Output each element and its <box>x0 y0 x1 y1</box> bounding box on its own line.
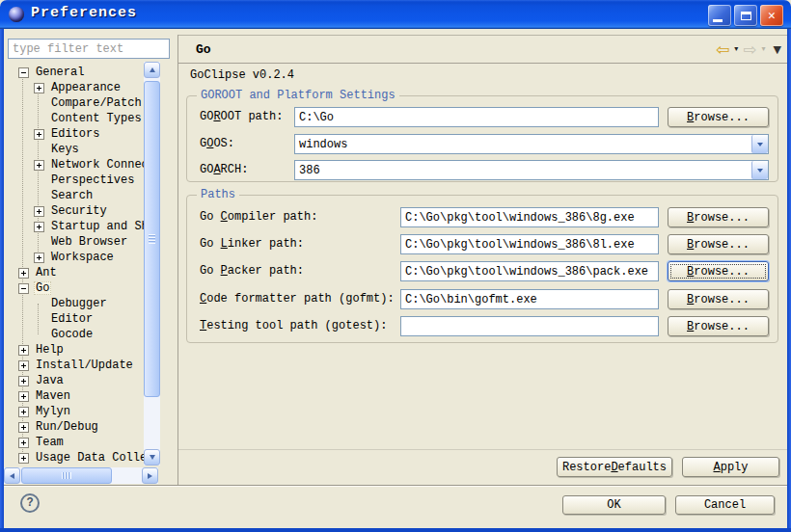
tree-item-run-debug[interactable]: Run/Debug <box>6 419 144 435</box>
page-title: Go <box>196 42 211 57</box>
expand-icon[interactable] <box>18 422 29 433</box>
tree-item-keys[interactable]: Keys <box>6 142 144 157</box>
expand-icon[interactable] <box>18 453 29 464</box>
go-linker-path-label: Go Linker path: <box>200 237 304 251</box>
testing-tool-path-field[interactable] <box>400 316 659 336</box>
tree-item-startup-and-shu[interactable]: Startup and Shu <box>6 219 144 234</box>
view-menu-icon[interactable]: ▼ <box>774 44 781 55</box>
minimize-button[interactable] <box>708 5 731 26</box>
vscroll-thumb[interactable] <box>144 81 160 397</box>
tree-item-gocode[interactable]: Gocode <box>6 327 144 342</box>
tree-item-web-browser[interactable]: Web Browser <box>6 234 144 250</box>
apply-button[interactable]: Apply <box>682 457 779 477</box>
forward-arrow-icon[interactable]: ⇨ <box>743 41 756 58</box>
scroll-left-button[interactable] <box>4 467 20 484</box>
tree-item-debugger[interactable]: Debugger <box>6 296 144 311</box>
preferences-tree: GeneralAppearanceCompare/PatchContent Ty… <box>6 65 144 466</box>
expand-icon[interactable] <box>18 360 29 371</box>
expand-icon[interactable] <box>18 438 29 448</box>
tree-item-maven[interactable]: Maven <box>6 388 144 404</box>
collapse-icon[interactable] <box>18 283 29 294</box>
tree-item-security[interactable]: Security <box>6 203 144 219</box>
forward-menu-icon[interactable]: ▾ <box>762 45 766 53</box>
expand-icon[interactable] <box>34 160 44 171</box>
back-arrow-icon[interactable]: ⇦ <box>716 41 729 58</box>
tree-hscrollbar[interactable] <box>4 467 158 484</box>
scroll-up-button[interactable] <box>144 62 160 78</box>
testing-tool-path-browse-button[interactable]: Browse... <box>668 316 769 336</box>
tree-item-install-update[interactable]: Install/Update <box>6 358 144 373</box>
help-button[interactable]: ? <box>20 493 40 513</box>
panel-separator <box>177 35 178 485</box>
goroot-path-field[interactable] <box>294 107 659 127</box>
tree-item-label: Keys <box>49 143 81 156</box>
code-formatter-path-browse-button[interactable]: Browse... <box>668 289 769 309</box>
tree-item-network-connect[interactable]: Network Connect <box>6 157 144 173</box>
cancel-button[interactable]: Cancel <box>675 495 775 515</box>
combo-dropdown-button[interactable] <box>751 161 768 179</box>
tree-item-perspectives[interactable]: Perspectives <box>6 173 144 188</box>
tree-item-workspace[interactable]: Workspace <box>6 250 144 265</box>
tree-item-label: Network Connect <box>49 158 144 172</box>
go-packer-path-label: Go Packer path: <box>200 264 304 278</box>
go-compiler-path-browse-button[interactable]: Browse... <box>668 207 769 227</box>
expand-icon[interactable] <box>34 83 44 93</box>
footer-separator-highlight <box>4 486 787 487</box>
code-formatter-path-field[interactable] <box>400 289 659 309</box>
close-button[interactable]: ✕ <box>760 5 783 26</box>
collapse-icon[interactable] <box>18 67 29 78</box>
restore-defaults-button[interactable]: Restore Defaults <box>557 457 672 477</box>
go-linker-path-field[interactable] <box>400 234 659 254</box>
tree-item-usage-data-collect[interactable]: Usage Data Collect <box>6 450 144 466</box>
tree-item-label: Startup and Shu <box>49 220 144 233</box>
goroot-path-browse-button[interactable]: Browse... <box>668 107 769 127</box>
expand-icon[interactable] <box>18 407 29 417</box>
tree-item-general[interactable]: General <box>6 65 144 80</box>
expand-icon[interactable] <box>34 253 44 263</box>
tree-item-go[interactable]: Go <box>6 280 144 296</box>
expand-icon[interactable] <box>18 391 29 402</box>
tree-item-content-types[interactable]: Content Types <box>6 111 144 126</box>
tree-item-mylyn[interactable]: Mylyn <box>6 404 144 419</box>
expand-icon[interactable] <box>34 129 44 140</box>
combo-dropdown-button[interactable] <box>751 135 768 153</box>
go-packer-path-browse-button[interactable]: Browse... <box>668 261 769 281</box>
expand-icon[interactable] <box>34 222 44 232</box>
go-packer-path-field[interactable] <box>400 261 659 281</box>
titlebar[interactable]: Preferences ✕ <box>0 0 791 29</box>
maximize-button[interactable] <box>734 5 757 26</box>
content-bottom-line <box>178 449 787 450</box>
goarch-combo[interactable]: 386 <box>294 160 769 180</box>
tree-item-label: General <box>34 66 86 79</box>
back-menu-icon[interactable]: ▾ <box>734 45 738 53</box>
tree-item-label: Workspace <box>49 251 116 264</box>
tree-item-appearance[interactable]: Appearance <box>6 80 144 95</box>
tree-item-help[interactable]: Help <box>6 342 144 358</box>
eclipse-icon <box>9 7 24 22</box>
tree-item-label: Install/Update <box>34 359 135 372</box>
go-compiler-path-field[interactable] <box>400 207 659 227</box>
tree-item-label: Web Browser <box>49 235 129 249</box>
go-linker-path-browse-button[interactable]: Browse... <box>668 234 769 254</box>
hscroll-thumb[interactable] <box>21 467 112 484</box>
tree-item-editors[interactable]: Editors <box>6 126 144 142</box>
scroll-down-button[interactable] <box>144 449 160 466</box>
tree-item-compare-patch[interactable]: Compare/Patch <box>6 95 144 111</box>
tree-item-ant[interactable]: Ant <box>6 265 144 280</box>
expand-icon[interactable] <box>34 206 44 217</box>
tree-item-team[interactable]: Team <box>6 435 144 450</box>
goos-combo[interactable]: windows <box>294 134 769 154</box>
ok-button[interactable]: OK <box>562 495 666 515</box>
tree-item-java[interactable]: Java <box>6 373 144 388</box>
tree-item-editor[interactable]: Editor <box>6 311 144 327</box>
go-compiler-path-label: Go Compiler path: <box>200 210 317 224</box>
expand-icon[interactable] <box>18 376 29 386</box>
expand-icon[interactable] <box>18 345 29 356</box>
scroll-right-button[interactable] <box>142 467 158 484</box>
tree-vscrollbar[interactable] <box>144 62 160 466</box>
filter-input[interactable] <box>8 39 170 59</box>
tree-item-label: Content Types <box>49 112 144 125</box>
tree-item-search[interactable]: Search <box>6 188 144 203</box>
minimize-icon <box>713 19 723 22</box>
expand-icon[interactable] <box>18 268 29 279</box>
